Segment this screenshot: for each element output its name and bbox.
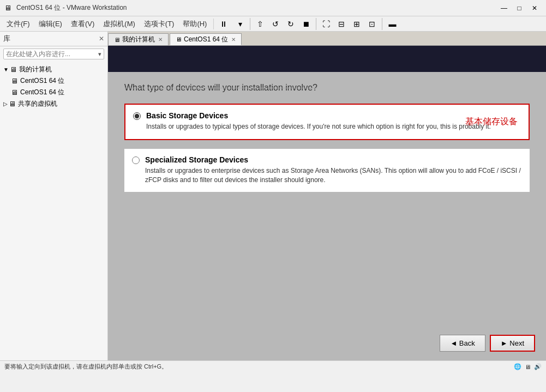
tab-centos1-label: CentOS1 64 位 [184, 35, 228, 44]
toolbar-refresh-btn[interactable]: ↻ [283, 17, 298, 31]
menu-vm[interactable]: 虚拟机(M) [99, 17, 140, 31]
my-computer-label: 我的计算机 [19, 65, 52, 74]
audio-icon: 🔊 [534, 363, 542, 370]
vm-icon-2: 🖥 [11, 88, 18, 97]
expand-arrow-icon: ▼ [3, 67, 9, 73]
window-title: CentOS1 64 位 - VMware Workstation [16, 3, 497, 13]
window-controls: — □ ✕ [497, 2, 542, 14]
toolbar-receive-btn[interactable]: ↺ [268, 17, 283, 31]
menu-help[interactable]: 帮助(H) [178, 17, 211, 31]
basic-storage-annotation: 基本储存设备 [465, 116, 518, 128]
tab-vm-icon: 🖥 [176, 36, 182, 43]
sidebar-item-my-computer[interactable]: ▼ 🖥 我的计算机 [0, 64, 107, 75]
toolbar-send-btn[interactable]: ⇧ [253, 17, 268, 31]
option-basic-storage-row: Basic Storage Devices Installs or upgrad… [133, 111, 521, 131]
menu-edit[interactable]: 编辑(E) [34, 17, 67, 31]
toolbar-sep1 [250, 18, 250, 30]
close-button[interactable]: ✕ [527, 2, 542, 14]
display-icon: 🖥 [525, 364, 531, 370]
next-button[interactable]: ► Next [490, 335, 535, 352]
vm-display[interactable]: What type of devices will your installat… [108, 46, 546, 360]
toolbar-split-btn1[interactable]: ⊟ [334, 17, 349, 31]
sidebar-search: ▾ [3, 49, 104, 59]
option-specialized-storage-row: Specialized Storage Devices Installs or … [132, 155, 522, 185]
expand-arrow-shared-icon: ▷ [3, 101, 8, 107]
tab-my-computer-label: 我的计算机 [122, 35, 155, 44]
network-icon: 🌐 [514, 363, 521, 370]
option-specialized-storage-box[interactable]: Specialized Storage Devices Installs or … [124, 149, 530, 192]
status-bar: 要将输入定向到该虚拟机，请在虚拟机内部单击或按 Ctrl+G。 🌐 🖥 🔊 [0, 360, 546, 372]
sidebar-item-shared[interactable]: ▷ 🖥 共享的虚拟机 [0, 98, 107, 110]
toolbar-pause-btn[interactable]: ⏸ [216, 17, 231, 31]
sidebar-item-centos1[interactable]: 🖥 CentOS1 64 位 [0, 75, 107, 87]
toolbar-fullscreen-btn[interactable]: ⛶ [319, 17, 334, 31]
menu-sep1 [213, 19, 214, 29]
shared-label: 共享的虚拟机 [18, 99, 57, 108]
specialized-storage-desc: Installs or upgrades to enterprise devic… [145, 166, 522, 185]
main-layout: 库 ✕ ▾ ▼ 🖥 我的计算机 🖥 CentOS1 64 位 🖥 CentOS1… [0, 32, 546, 360]
option-basic-storage-box[interactable]: Basic Storage Devices Installs or upgrad… [124, 104, 530, 140]
tab-my-computer-close[interactable]: ✕ [158, 37, 163, 43]
toolbar-dropdown-btn[interactable]: ▾ [232, 17, 248, 31]
search-dropdown-icon[interactable]: ▾ [96, 50, 104, 59]
tab-computer-icon: 🖥 [114, 37, 120, 43]
installer-screen: What type of devices will your installat… [108, 46, 546, 360]
installer-nav: ◄ Back ► Next [440, 335, 535, 352]
back-button[interactable]: ◄ Back [440, 335, 485, 352]
status-text: 要将输入定向到该虚拟机，请在虚拟机内部单击或按 Ctrl+G。 [4, 363, 514, 371]
app-icon: 🖥 [4, 4, 13, 13]
sidebar-header: 库 ✕ [0, 32, 107, 46]
tab-my-computer[interactable]: 🖥 我的计算机 ✕ [108, 33, 169, 45]
specialized-storage-title: Specialized Storage Devices [145, 155, 522, 164]
menu-view[interactable]: 查看(V) [67, 17, 99, 31]
tab-bar: 🖥 我的计算机 ✕ 🖥 CentOS1 64 位 ✕ [108, 32, 546, 46]
basic-storage-title: Basic Storage Devices [146, 111, 521, 120]
specialized-storage-radio[interactable] [132, 156, 140, 164]
toolbar-media: ⏸ ▾ [216, 17, 248, 31]
centos2-label: CentOS1 64 位 [20, 88, 64, 97]
centos1-label: CentOS1 64 位 [20, 76, 64, 86]
specialized-storage-content: Specialized Storage Devices Installs or … [145, 155, 522, 185]
toolbar-settings-btn[interactable]: ⊡ [364, 17, 380, 31]
sidebar-close-button[interactable]: ✕ [99, 35, 104, 43]
sidebar: 库 ✕ ▾ ▼ 🖥 我的计算机 🖥 CentOS1 64 位 🖥 CentOS1… [0, 32, 108, 360]
sidebar-title: 库 [3, 34, 99, 44]
tab-centos1-close[interactable]: ✕ [231, 37, 236, 43]
toolbar-split-btn2[interactable]: ⊞ [349, 17, 364, 31]
content-area: 🖥 我的计算机 ✕ 🖥 CentOS1 64 位 ✕ What type of … [108, 32, 546, 360]
sidebar-item-centos2[interactable]: 🖥 CentOS1 64 位 [0, 87, 107, 98]
toolbar-extra-btn[interactable]: ▬ [385, 17, 400, 31]
status-icons: 🌐 🖥 🔊 [514, 363, 542, 370]
maximize-button[interactable]: □ [512, 2, 526, 14]
shared-icon: 🖥 [9, 100, 16, 108]
minimize-button[interactable]: — [497, 2, 511, 14]
vm-icon-1: 🖥 [11, 77, 18, 85]
computer-icon: 🖥 [10, 65, 17, 74]
tab-centos1[interactable]: 🖥 CentOS1 64 位 ✕ [170, 33, 242, 45]
installer-header-bar [108, 46, 546, 72]
installer-question: What type of devices will your installat… [124, 83, 530, 93]
menu-file[interactable]: 文件(F) [2, 17, 34, 31]
basic-storage-radio[interactable] [133, 112, 141, 120]
installer-body: What type of devices will your installat… [108, 72, 546, 360]
toolbar-sep2 [316, 18, 316, 30]
search-input[interactable] [4, 49, 96, 59]
basic-storage-desc: Installs or upgrades to typical types of… [146, 122, 521, 131]
toolbar-stop-btn[interactable]: ⏹ [298, 17, 314, 31]
basic-storage-content: Basic Storage Devices Installs or upgrad… [146, 111, 521, 131]
title-bar: 🖥 CentOS1 64 位 - VMware Workstation — □ … [0, 0, 546, 16]
menu-tab[interactable]: 选项卡(T) [140, 17, 179, 31]
toolbar-sep3 [382, 18, 382, 30]
menu-bar: 文件(F) 编辑(E) 查看(V) 虚拟机(M) 选项卡(T) 帮助(H) ⏸ … [0, 16, 546, 32]
sidebar-tree: ▼ 🖥 我的计算机 🖥 CentOS1 64 位 🖥 CentOS1 64 位 … [0, 62, 107, 360]
